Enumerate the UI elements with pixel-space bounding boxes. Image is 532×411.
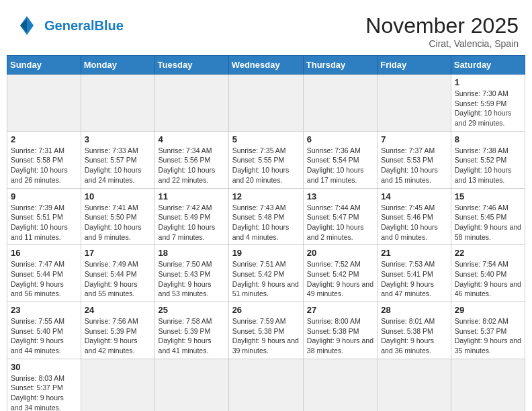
day-info: Sunrise: 7:38 AM Sunset: 5:52 PM Dayligh…	[455, 146, 521, 185]
calendar-cell: 12Sunrise: 7:43 AM Sunset: 5:48 PM Dayli…	[228, 188, 303, 245]
day-info: Sunrise: 8:01 AM Sunset: 5:38 PM Dayligh…	[381, 316, 447, 356]
calendar-cell: 30Sunrise: 8:03 AM Sunset: 5:37 PM Dayli…	[7, 359, 81, 411]
calendar-cell	[81, 75, 154, 132]
calendar-week-6: 30Sunrise: 8:03 AM Sunset: 5:37 PM Dayli…	[7, 359, 525, 411]
day-number: 8	[455, 134, 521, 144]
day-number: 21	[381, 248, 447, 258]
calendar-cell: 10Sunrise: 7:41 AM Sunset: 5:50 PM Dayli…	[81, 188, 154, 245]
day-number: 19	[232, 248, 300, 258]
calendar-cell: 11Sunrise: 7:42 AM Sunset: 5:49 PM Dayli…	[154, 188, 228, 245]
day-number: 24	[85, 305, 151, 315]
logo: GeneralBlue	[13, 13, 124, 38]
calendar-week-3: 9Sunrise: 7:39 AM Sunset: 5:51 PM Daylig…	[7, 188, 525, 245]
calendar-cell: 7Sunrise: 7:37 AM Sunset: 5:53 PM Daylig…	[378, 131, 451, 188]
calendar-cell: 4Sunrise: 7:34 AM Sunset: 5:56 PM Daylig…	[154, 131, 228, 188]
day-number: 27	[307, 305, 373, 315]
month-title: November 2025	[365, 13, 519, 38]
calendar-cell: 16Sunrise: 7:47 AM Sunset: 5:44 PM Dayli…	[7, 245, 81, 302]
generalblue-logo-icon	[13, 13, 40, 38]
weekday-header-row: SundayMondayTuesdayWednesdayThursdayFrid…	[7, 56, 525, 75]
calendar-cell: 6Sunrise: 7:36 AM Sunset: 5:54 PM Daylig…	[303, 131, 377, 188]
day-number: 10	[85, 191, 151, 201]
weekday-header-sunday: Sunday	[7, 56, 81, 75]
day-info: Sunrise: 7:53 AM Sunset: 5:41 PM Dayligh…	[381, 259, 447, 299]
calendar-cell: 21Sunrise: 7:53 AM Sunset: 5:41 PM Dayli…	[378, 245, 451, 302]
day-number: 9	[11, 191, 77, 201]
day-number: 6	[307, 134, 373, 144]
weekday-header-monday: Monday	[81, 56, 154, 75]
day-info: Sunrise: 7:52 AM Sunset: 5:42 PM Dayligh…	[307, 259, 373, 299]
calendar-cell	[228, 75, 303, 132]
day-number: 11	[159, 191, 225, 201]
calendar-cell	[228, 359, 303, 411]
calendar-week-5: 23Sunrise: 7:55 AM Sunset: 5:40 PM Dayli…	[7, 302, 525, 359]
title-block: November 2025 Cirat, Valencia, Spain	[365, 13, 519, 49]
day-number: 4	[159, 134, 225, 144]
calendar-cell: 5Sunrise: 7:35 AM Sunset: 5:55 PM Daylig…	[228, 131, 303, 188]
day-number: 14	[381, 191, 447, 201]
location: Cirat, Valencia, Spain	[365, 38, 519, 49]
day-info: Sunrise: 7:37 AM Sunset: 5:53 PM Dayligh…	[381, 146, 447, 185]
calendar-week-2: 2Sunrise: 7:31 AM Sunset: 5:58 PM Daylig…	[7, 131, 525, 188]
day-number: 3	[85, 134, 151, 144]
weekday-header-thursday: Thursday	[303, 56, 377, 75]
calendar-cell: 3Sunrise: 7:33 AM Sunset: 5:57 PM Daylig…	[81, 131, 154, 188]
calendar-cell	[303, 359, 377, 411]
weekday-header-tuesday: Tuesday	[154, 56, 228, 75]
day-number: 30	[11, 362, 77, 372]
logo-text: GeneralBlue	[44, 18, 124, 33]
day-number: 12	[232, 191, 300, 201]
calendar-cell: 26Sunrise: 7:59 AM Sunset: 5:38 PM Dayli…	[228, 302, 303, 359]
calendar-week-1: 1Sunrise: 7:30 AM Sunset: 5:59 PM Daylig…	[7, 75, 525, 132]
day-info: Sunrise: 7:43 AM Sunset: 5:48 PM Dayligh…	[232, 203, 300, 242]
day-info: Sunrise: 8:00 AM Sunset: 5:38 PM Dayligh…	[307, 316, 373, 356]
day-info: Sunrise: 7:41 AM Sunset: 5:50 PM Dayligh…	[85, 203, 151, 242]
calendar-cell: 13Sunrise: 7:44 AM Sunset: 5:47 PM Dayli…	[303, 188, 377, 245]
calendar-cell: 23Sunrise: 7:55 AM Sunset: 5:40 PM Dayli…	[7, 302, 81, 359]
day-info: Sunrise: 7:59 AM Sunset: 5:38 PM Dayligh…	[232, 316, 300, 356]
calendar-cell	[154, 75, 228, 132]
calendar-cell	[81, 359, 154, 411]
day-number: 2	[11, 134, 77, 144]
day-info: Sunrise: 7:50 AM Sunset: 5:43 PM Dayligh…	[159, 259, 225, 299]
day-number: 1	[455, 77, 521, 87]
weekday-header-friday: Friday	[378, 56, 451, 75]
day-number: 20	[307, 248, 373, 258]
day-info: Sunrise: 7:45 AM Sunset: 5:46 PM Dayligh…	[381, 203, 447, 242]
day-info: Sunrise: 8:03 AM Sunset: 5:37 PM Dayligh…	[11, 373, 77, 411]
calendar-cell	[451, 359, 525, 411]
day-number: 25	[159, 305, 225, 315]
day-info: Sunrise: 7:58 AM Sunset: 5:39 PM Dayligh…	[159, 316, 225, 356]
calendar-cell: 22Sunrise: 7:54 AM Sunset: 5:40 PM Dayli…	[451, 245, 525, 302]
calendar-cell	[378, 359, 451, 411]
day-number: 28	[381, 305, 447, 315]
day-number: 18	[159, 248, 225, 258]
calendar-cell	[7, 75, 81, 132]
calendar-cell: 17Sunrise: 7:49 AM Sunset: 5:44 PM Dayli…	[81, 245, 154, 302]
weekday-header-saturday: Saturday	[451, 56, 525, 75]
calendar-table: SundayMondayTuesdayWednesdayThursdayFrid…	[7, 55, 525, 411]
calendar-week-4: 16Sunrise: 7:47 AM Sunset: 5:44 PM Dayli…	[7, 245, 525, 302]
day-info: Sunrise: 7:39 AM Sunset: 5:51 PM Dayligh…	[11, 203, 77, 242]
calendar-cell: 2Sunrise: 7:31 AM Sunset: 5:58 PM Daylig…	[7, 131, 81, 188]
day-info: Sunrise: 7:44 AM Sunset: 5:47 PM Dayligh…	[307, 203, 373, 242]
day-info: Sunrise: 7:42 AM Sunset: 5:49 PM Dayligh…	[159, 203, 225, 242]
page-header: GeneralBlue November 2025 Cirat, Valenci…	[7, 7, 525, 52]
day-info: Sunrise: 7:54 AM Sunset: 5:40 PM Dayligh…	[455, 259, 521, 299]
day-number: 13	[307, 191, 373, 201]
weekday-header-wednesday: Wednesday	[228, 56, 303, 75]
calendar-cell	[154, 359, 228, 411]
day-number: 17	[85, 248, 151, 258]
day-info: Sunrise: 7:31 AM Sunset: 5:58 PM Dayligh…	[11, 146, 77, 185]
day-number: 23	[11, 305, 77, 315]
day-info: Sunrise: 7:36 AM Sunset: 5:54 PM Dayligh…	[307, 146, 373, 185]
day-number: 22	[455, 248, 521, 258]
calendar-cell: 19Sunrise: 7:51 AM Sunset: 5:42 PM Dayli…	[228, 245, 303, 302]
day-info: Sunrise: 8:02 AM Sunset: 5:37 PM Dayligh…	[455, 316, 521, 356]
calendar-cell: 24Sunrise: 7:56 AM Sunset: 5:39 PM Dayli…	[81, 302, 154, 359]
day-info: Sunrise: 7:30 AM Sunset: 5:59 PM Dayligh…	[455, 89, 521, 128]
calendar-cell: 8Sunrise: 7:38 AM Sunset: 5:52 PM Daylig…	[451, 131, 525, 188]
calendar-cell	[378, 75, 451, 132]
calendar-cell	[303, 75, 377, 132]
calendar-cell: 9Sunrise: 7:39 AM Sunset: 5:51 PM Daylig…	[7, 188, 81, 245]
